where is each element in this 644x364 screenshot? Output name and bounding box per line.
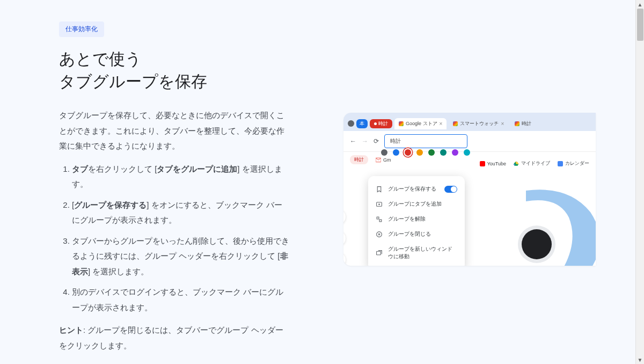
color-orange[interactable] xyxy=(416,149,423,156)
svg-rect-2 xyxy=(377,217,379,219)
svg-rect-3 xyxy=(379,220,382,222)
close-icon[interactable]: × xyxy=(501,121,504,127)
scroll-down-icon[interactable]: ▼ xyxy=(636,355,644,364)
menu-add-tab[interactable]: グループにタブを追加 xyxy=(368,196,465,212)
watch-illustration xyxy=(504,180,596,266)
youtube-icon xyxy=(480,161,485,166)
tab-group-label-red[interactable]: 時計 xyxy=(370,119,392,128)
step-4: 別のデバイスでログインすると、ブックマーク バーにグループが表示されます。 xyxy=(72,285,290,315)
color-grey[interactable] xyxy=(381,149,387,156)
bookmark-icon xyxy=(376,186,383,193)
thumb-3[interactable] xyxy=(343,252,346,266)
svg-point-7 xyxy=(522,229,552,259)
tab-inactive-2[interactable]: 時計 xyxy=(510,118,536,129)
color-red-selected[interactable] xyxy=(405,149,411,156)
steps-list: タブを右クリックして [タブをグループに追加] を選択します。 [グループを保存… xyxy=(59,162,290,316)
color-purple[interactable] xyxy=(452,149,458,156)
calendar-icon xyxy=(558,161,563,166)
color-blue[interactable] xyxy=(393,149,399,156)
close-icon[interactable]: × xyxy=(440,121,443,127)
tab-group-label-blue[interactable]: 本 xyxy=(356,119,368,128)
color-picker xyxy=(375,146,477,159)
bookmark-drive[interactable]: マイドライブ xyxy=(514,160,550,167)
headline-line2: タブグループを保存 xyxy=(59,72,207,90)
bookmark-youtube[interactable]: YouTube xyxy=(480,160,506,167)
step-2: [グループを保存する] をオンにすると、ブックマーク バーにグループが表示されま… xyxy=(72,198,290,228)
tab-group-collapsed-icon[interactable] xyxy=(348,120,354,127)
add-tab-icon xyxy=(376,201,383,208)
scroll-thumb[interactable] xyxy=(637,9,643,41)
color-green[interactable] xyxy=(428,149,435,156)
reload-icon[interactable]: ⟳ xyxy=(374,137,379,145)
svg-rect-5 xyxy=(377,251,381,255)
tab-active[interactable]: Google ストア × xyxy=(394,118,447,129)
google-favicon-icon xyxy=(453,121,458,126)
drive-icon xyxy=(514,161,519,166)
close-group-icon xyxy=(376,231,383,238)
ungroup-icon xyxy=(376,216,383,223)
bookmark-group-chip[interactable]: 時計 xyxy=(350,155,368,164)
tab-strip: 本 時計 Google ストア × スマートウォッチ × 時計 xyxy=(343,113,596,131)
context-menu: グループを保存する グループにタブを追加 グループを解除 グループを閉じる xyxy=(368,176,465,266)
scrollbar[interactable]: ▲ ▼ xyxy=(635,0,644,364)
description: タブグループを保存して、必要なときに他のデバイスで開くことができます。これにより… xyxy=(59,108,290,154)
thumb-2[interactable] xyxy=(343,231,346,246)
headline-line1: あとで使う xyxy=(59,50,142,68)
bookmark-calendar[interactable]: カレンダー xyxy=(558,160,589,167)
save-toggle[interactable] xyxy=(444,186,457,193)
step-3: タブバーからグループをいったん削除して、後から使用できるように残すには、グループ… xyxy=(72,234,290,280)
step-1: タブを右クリックして [タブをグループに追加] を選択します。 xyxy=(72,162,290,192)
product-thumbnails xyxy=(343,209,346,266)
browser-mock: 本 時計 Google ストア × スマートウォッチ × 時計 xyxy=(343,113,596,266)
bookmarks-right: YouTube マイドライブ カレンダー xyxy=(473,157,596,170)
tab-inactive-1[interactable]: スマートウォッチ × xyxy=(449,118,508,129)
menu-move-window[interactable]: グループを新しいウィンドウに移動 xyxy=(368,242,465,264)
forward-icon[interactable]: → xyxy=(362,137,368,145)
category-badge: 仕事効率化 xyxy=(59,21,104,37)
google-favicon-icon xyxy=(399,121,404,126)
menu-ungroup[interactable]: グループを解除 xyxy=(368,212,465,227)
thumb-1[interactable] xyxy=(343,209,346,224)
back-icon[interactable]: ← xyxy=(350,137,356,145)
color-cyan[interactable] xyxy=(464,149,470,156)
scroll-up-icon[interactable]: ▲ xyxy=(636,0,644,9)
new-window-icon xyxy=(376,250,383,257)
menu-save-group[interactable]: グループを保存する xyxy=(368,181,465,196)
menu-close-group[interactable]: グループを閉じる xyxy=(368,227,465,242)
google-favicon-icon xyxy=(515,121,519,126)
hint: ヒント: グループを閉じるには、タブバーでグループ ヘッダーをクリックします。 xyxy=(59,323,290,353)
page-title: あとで使う タブグループを保存 xyxy=(59,48,290,93)
color-teal[interactable] xyxy=(440,149,447,156)
